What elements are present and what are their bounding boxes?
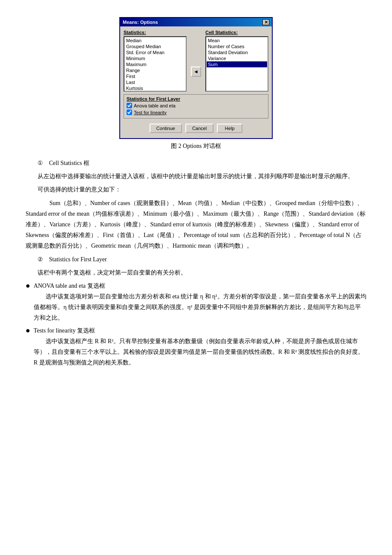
- list-item[interactable]: Std. Error of Mean: [125, 49, 185, 55]
- linearity-checkbox[interactable]: [127, 110, 132, 115]
- section2-title: Statistics for First Layer: [49, 256, 107, 263]
- dialog-container: Means: Options ✕ Statistics: Median Grou…: [26, 17, 366, 139]
- list-item[interactable]: Median: [125, 38, 185, 43]
- dialog-columns: Statistics: Median Grouped Median Std. E…: [124, 30, 268, 92]
- statistics-col: Statistics: Median Grouped Median Std. E…: [124, 30, 187, 92]
- list-item[interactable]: Maximum: [125, 61, 185, 67]
- section2-p1: 该栏中有两个复选框，决定对第一层自变量的有关分析。: [26, 267, 366, 278]
- cancel-button[interactable]: Cancel: [185, 124, 213, 133]
- anova-label: Anova table and eta: [134, 103, 176, 108]
- list-item[interactable]: Kurtosis: [125, 85, 185, 91]
- section1-num: ①: [37, 160, 43, 166]
- bullet-dot-2: ●: [26, 325, 30, 336]
- anova-checkbox-row: Anova table and eta: [127, 103, 265, 108]
- move-left-button[interactable]: ◄: [191, 66, 201, 77]
- linearity-label: Test for linearity: [134, 110, 167, 115]
- bullet1-label: ANOVA table and eta 复选框: [34, 283, 105, 289]
- cell-statistics-col: Cell Statistics: Mean Number of Cases St…: [205, 30, 268, 92]
- cell-statistics-listbox[interactable]: Mean Number of Cases Standard Deviation …: [205, 36, 268, 92]
- section1-heading: ① Cell Statistics 框: [26, 158, 366, 168]
- list-item-selected[interactable]: Sum: [207, 61, 267, 67]
- means-options-dialog: Means: Options ✕ Statistics: Median Grou…: [119, 17, 273, 139]
- list-item[interactable]: First: [125, 73, 185, 79]
- first-layer-section: Statistics for First Layer Anova table a…: [124, 94, 268, 119]
- section2-heading: ② Statistics for First Layer: [26, 254, 366, 265]
- list-item[interactable]: Minimum: [125, 55, 185, 61]
- cell-statistics-label: Cell Statistics:: [205, 30, 268, 35]
- bullet1-text: 选中该复选项对第一层自变量给出方差分析表和 eta 统计量 η 和 η²。方差分…: [34, 291, 366, 324]
- section1-p2: 可供选择的统计量的意义如下：: [26, 184, 366, 195]
- figure-caption: 图 2 Options 对话框: [26, 142, 366, 150]
- dialog-buttons: Continue Cancel Help: [124, 122, 268, 135]
- list-item[interactable]: Standard Deviation: [207, 49, 267, 55]
- bullet-text-anova: ANOVA table and eta 复选框 选中该复选项对第一层自变量给出方…: [34, 280, 366, 324]
- section2-num: ②: [37, 256, 43, 263]
- section1-title: Cell Statistics 框: [49, 160, 89, 166]
- linearity-checkbox-row: Test for linearity: [127, 110, 265, 115]
- main-content: ① Cell Statistics 框 从左边框中选择要输出的统计量进入该框，该…: [26, 158, 366, 368]
- help-button[interactable]: Help: [217, 124, 242, 133]
- bullet2-label: Tests for linearity 复选框: [34, 327, 95, 334]
- statistics-label: Statistics:: [124, 30, 187, 35]
- arrow-btn-container: ◄: [190, 30, 202, 92]
- close-button[interactable]: ✕: [262, 19, 269, 25]
- list-item[interactable]: Number of Cases: [207, 43, 267, 49]
- dialog-title: Means: Options: [123, 20, 158, 25]
- bullet-dot-1: ●: [26, 280, 30, 291]
- list-item[interactable]: Variance: [207, 55, 267, 61]
- anova-checkbox[interactable]: [127, 103, 132, 108]
- bullet-item-anova: ● ANOVA table and eta 复选框 选中该复选项对第一层自变量给…: [26, 280, 366, 324]
- list-item[interactable]: Range: [125, 67, 185, 73]
- bullet-item-linearity: ● Tests for linearity 复选框 选中该复选框产生 R 和 R…: [26, 325, 366, 368]
- section1-p3: Sum（总和）、Number of cases（观测量数目）、Mean（均值）、…: [26, 198, 366, 251]
- list-item[interactable]: Mean: [207, 38, 267, 43]
- bullet-text-linearity: Tests for linearity 复选框 选中该复选框产生 R 和 R²。…: [34, 325, 366, 368]
- list-item[interactable]: Grouped Median: [125, 43, 185, 49]
- bullet2-text: 选中该复选框产生 R 和 R²。只有早控制变量有基本的数量级（例如自变量表示年龄…: [34, 336, 366, 368]
- statistics-listbox[interactable]: Median Grouped Median Std. Error of Mean…: [124, 36, 187, 92]
- section1-p1: 从左边框中选择要输出的统计量进入该框，该框中的统计量是输出时显示的统计量，其排列…: [26, 171, 366, 182]
- continue-button[interactable]: Continue: [150, 124, 182, 133]
- list-item[interactable]: Std. Error of Kurtosis: [125, 91, 185, 92]
- list-item[interactable]: Last: [125, 79, 185, 85]
- dialog-titlebar: Means: Options ✕: [120, 18, 272, 26]
- first-layer-label: Statistics for First Layer: [127, 96, 265, 101]
- dialog-body: Statistics: Median Grouped Median Std. E…: [120, 26, 272, 138]
